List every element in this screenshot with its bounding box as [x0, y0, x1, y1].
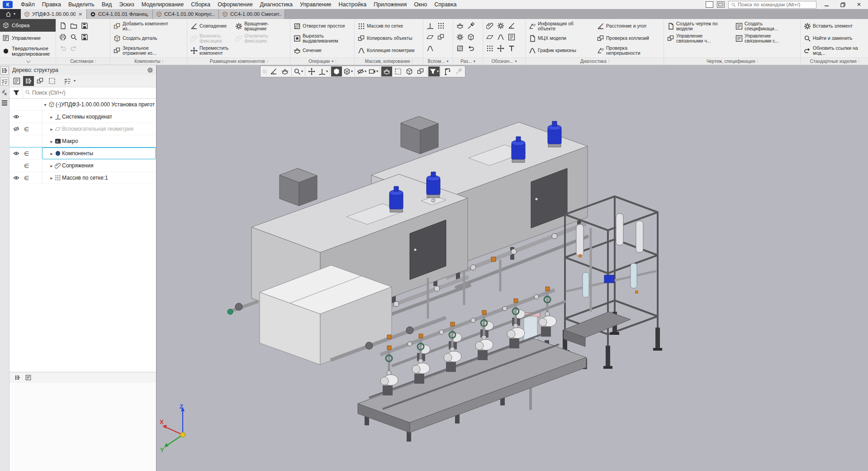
- mirror-component-button[interactable]: Зеркальное отражение ко...: [112, 44, 173, 57]
- simple-hole-button[interactable]: Отверстие простое: [292, 20, 353, 32]
- expander-closed-icon[interactable]: ▸: [48, 151, 55, 156]
- dim-base-button[interactable]: [484, 31, 495, 43]
- tree-panel-toggle[interactable]: [0, 67, 9, 75]
- orientation-up-button[interactable]: [306, 67, 317, 76]
- caret-down-icon[interactable]: ▾: [515, 60, 517, 63]
- create-part-button[interactable]: Создать деталь: [112, 32, 173, 44]
- zoom-button[interactable]: ▾: [293, 67, 304, 76]
- eye-icon[interactable]: [13, 175, 19, 181]
- tree-components-button[interactable]: [35, 76, 46, 86]
- dim-weld-button[interactable]: [506, 20, 517, 31]
- filter-objects-button[interactable]: ▾: [428, 67, 440, 76]
- group-grip-icon[interactable]: ⁞: [95, 59, 96, 64]
- eye-icon[interactable]: [13, 114, 19, 120]
- filter-funnel-icon[interactable]: [9, 87, 23, 98]
- home-button[interactable]: ▾: [0, 9, 21, 19]
- create-drawing-button[interactable]: Создать чертеж по модели: [665, 20, 733, 32]
- close-button[interactable]: ✕: [853, 0, 865, 9]
- scene-camera-button[interactable]: ▾: [368, 67, 379, 76]
- grid-array-button[interactable]: Массив по сетке: [356, 20, 416, 32]
- menu-assembly[interactable]: Сборка: [187, 0, 214, 9]
- mode-management[interactable]: Управление: [0, 32, 56, 44]
- hide-objects-button[interactable]: ▾: [356, 67, 367, 76]
- new-document-button[interactable]: [57, 20, 68, 31]
- sketch-button[interactable]: [268, 67, 279, 76]
- disable-fixation-button[interactable]: Отключить фиксацию: [233, 32, 289, 44]
- tree-structure-tab[interactable]: [13, 374, 21, 382]
- screen-settings-icon[interactable]: [717, 1, 725, 8]
- 3d-model[interactable]: [157, 65, 868, 471]
- add-component-button[interactable]: Добавить компонент из...: [112, 20, 173, 32]
- undo-button[interactable]: [57, 43, 68, 54]
- menu-settings[interactable]: Настройка: [335, 0, 370, 9]
- caret-down-icon[interactable]: ▾: [446, 60, 448, 63]
- object-info-button[interactable]: Информация об объекте: [527, 20, 595, 32]
- raz-plane-button[interactable]: [455, 20, 465, 31]
- tree-search-input[interactable]: [30, 90, 156, 96]
- menu-layout[interactable]: Оформление: [214, 0, 256, 9]
- save-as-button[interactable]: [79, 31, 90, 43]
- tree-row-mates[interactable]: ∈ ▸ Сопряжения: [9, 160, 156, 172]
- continuity-check-button[interactable]: Проверка непрерывности: [595, 44, 657, 57]
- group-grip-icon[interactable]: ⁞: [757, 59, 758, 64]
- gear-icon[interactable]: [147, 67, 153, 73]
- menu-hamburger-icon[interactable]: [2, 100, 7, 101]
- text-button[interactable]: [506, 43, 517, 54]
- expander-closed-icon[interactable]: ▸: [48, 114, 55, 119]
- caret-down-icon[interactable]: ▾: [74, 79, 76, 83]
- tab-updf3[interactable]: УПДФЗ-1.00.00.000 У... ✕: [21, 9, 87, 19]
- expander-closed-icon[interactable]: ▸: [48, 127, 55, 132]
- insert-element-button[interactable]: Вставить элемент: [802, 20, 863, 32]
- menu-applications[interactable]: Приложения: [370, 0, 410, 9]
- aux-point-button[interactable]: [436, 20, 446, 31]
- menu-file[interactable]: Файл: [17, 0, 38, 9]
- minimize-button[interactable]: [820, 0, 833, 9]
- tab-close-icon[interactable]: ✕: [78, 12, 83, 17]
- caret-down-icon[interactable]: ▾: [332, 60, 333, 63]
- raz-pen-button[interactable]: [465, 20, 476, 31]
- aux-axes-button[interactable]: [425, 20, 436, 31]
- expander-open-icon[interactable]: ▾: [42, 102, 48, 107]
- menu-window[interactable]: Окно: [410, 0, 431, 9]
- tree-row-coordinate-systems[interactable]: ▸ Системы координат: [9, 111, 156, 123]
- eye-icon[interactable]: [13, 150, 19, 157]
- tree-view-numbered-button[interactable]: [11, 76, 22, 86]
- dim-stamp-button[interactable]: [506, 31, 517, 43]
- save-button[interactable]: [79, 20, 90, 31]
- open-document-button[interactable]: [68, 20, 79, 31]
- viewport[interactable]: ▾ ▾ ▾ ▾ ▾ ▾: [157, 65, 868, 471]
- dim-slope-button[interactable]: [495, 31, 506, 43]
- toolbar-grip-icon[interactable]: [261, 67, 268, 76]
- preview-button[interactable]: [68, 31, 79, 43]
- refresh-links-button[interactable]: Обновить ссылки на мод...: [802, 44, 863, 57]
- manage-linked-drawings-button[interactable]: Управление связанными ч...: [665, 32, 733, 44]
- caret-down-icon[interactable]: ▾: [474, 60, 475, 63]
- menu-sketch[interactable]: Эскиз: [115, 0, 138, 9]
- raz-hatch-button[interactable]: [455, 43, 465, 54]
- manage-linked-specs-button[interactable]: Управление связанными с...: [734, 32, 795, 44]
- mass-properties-button[interactable]: МЦХ модели: [527, 32, 595, 44]
- menu-management[interactable]: Управление: [296, 0, 335, 9]
- expander-closed-icon[interactable]: ▸: [48, 163, 55, 168]
- restore-button[interactable]: [836, 0, 849, 9]
- geometry-collection-button[interactable]: Коллекция геометрии: [356, 44, 416, 57]
- raz-zone-button[interactable]: [455, 31, 465, 43]
- aux-local-cs-button[interactable]: [436, 31, 446, 43]
- display-wireframe-button[interactable]: ▾: [342, 67, 354, 76]
- group-grip-icon[interactable]: ⁞: [859, 59, 859, 64]
- mode-solid-modeling[interactable]: Твердотельное моделирование: [0, 45, 56, 57]
- menu-edit[interactable]: Правка: [38, 0, 65, 9]
- menu-modeling[interactable]: Моделирование: [138, 0, 188, 9]
- ribbon-collapse[interactable]: [0, 57, 56, 65]
- group-grip-icon[interactable]: ⁞: [162, 59, 163, 64]
- model-appearance-button[interactable]: [404, 67, 415, 76]
- redo-button[interactable]: [68, 43, 79, 54]
- group-grip-icon[interactable]: ⁞: [412, 59, 413, 64]
- collision-check-button[interactable]: Проверка коллизий: [595, 32, 657, 44]
- copy-objects-button[interactable]: Копировать объекты: [356, 32, 416, 44]
- find-replace-button[interactable]: Найти и заменить: [802, 32, 863, 44]
- dim-arrow-button[interactable]: [495, 43, 506, 54]
- app-logo-icon[interactable]: К: [3, 1, 13, 8]
- print-button[interactable]: [57, 31, 68, 43]
- command-search[interactable]: [728, 1, 816, 9]
